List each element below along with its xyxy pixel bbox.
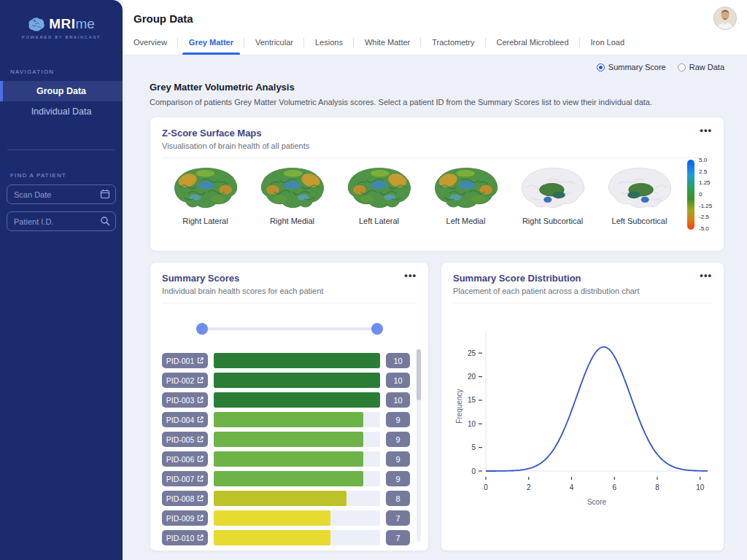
colorbar-tick-label: 2.5	[699, 169, 712, 175]
patient-id-label: PID-004	[166, 416, 195, 424]
zscore-colorbar: 5.02.51.250-1.25-2.5-5.0	[687, 160, 712, 232]
external-link-icon	[197, 515, 204, 521]
patient-id-button[interactable]: PID-005	[162, 432, 208, 447]
view-toggle: Summary ScoreRaw Data	[150, 63, 724, 71]
tab-cerebral-microbleed[interactable]: Cerebral Microbleed	[486, 38, 580, 55]
brand-suffix: me	[75, 16, 94, 31]
patient-id-button[interactable]: PID-004	[162, 412, 208, 427]
tab-tractometry[interactable]: Tractometry	[421, 38, 485, 55]
patient-id-button[interactable]: PID-006	[162, 451, 208, 467]
external-link-icon	[197, 397, 204, 403]
brain-surface-icon	[426, 164, 506, 211]
score-bar-track	[214, 373, 380, 388]
brain-map-right-medial: Right Medial	[249, 164, 336, 232]
brand-tagline: POWERED BY BRAINCAST	[0, 35, 123, 39]
patient-id-input[interactable]	[7, 217, 115, 226]
divider	[453, 303, 712, 303]
slider-track[interactable]	[202, 327, 377, 330]
score-bar-track	[214, 471, 380, 486]
scrollbar-thumb[interactable]	[417, 349, 421, 400]
score-badge: 9	[386, 471, 410, 486]
colorbar-gradient	[687, 160, 694, 230]
brain-map-left-subcortical: Left Subcortical	[596, 164, 683, 232]
svg-text:0: 0	[484, 483, 488, 491]
patient-row: PID-00310	[162, 392, 410, 408]
patient-id-field[interactable]	[7, 211, 116, 231]
tab-iron-load[interactable]: Iron Load	[580, 38, 635, 55]
radio-label: Summary Score	[608, 63, 666, 71]
brain-surface-icon	[252, 164, 333, 211]
patient-row: PID-0079	[162, 471, 410, 486]
scan-date-input[interactable]	[7, 190, 115, 199]
slider-handle-max[interactable]	[371, 323, 383, 335]
svg-text:6: 6	[612, 483, 616, 491]
brain-map-label: Left Subcortical	[596, 217, 683, 225]
svg-text:10: 10	[696, 483, 705, 491]
ellipsis-menu-icon[interactable]: •••	[700, 125, 712, 136]
ellipsis-menu-icon[interactable]: •••	[404, 270, 417, 281]
svg-text:0: 0	[471, 467, 476, 475]
patient-id-button[interactable]: PID-008	[162, 491, 208, 506]
tab-grey-matter[interactable]: Grey Matter	[178, 38, 244, 55]
svg-text:15: 15	[468, 396, 476, 404]
page-title: Grey Matter Volumetric Analysis	[150, 82, 724, 93]
ellipsis-menu-icon[interactable]: •••	[700, 270, 712, 281]
radio-circle-icon[interactable]	[678, 63, 686, 71]
score-bar-fill	[214, 471, 363, 486]
score-bar-fill	[214, 353, 380, 368]
patient-row: PID-0049	[162, 412, 410, 427]
patient-id-button[interactable]: PID-001	[162, 353, 208, 368]
list-scrollbar[interactable]	[417, 349, 421, 542]
score-badge: 7	[386, 510, 410, 526]
brain-surface-icon	[600, 164, 680, 211]
scan-date-field[interactable]	[7, 184, 116, 204]
svg-text:8: 8	[655, 483, 659, 491]
patient-id-button[interactable]: PID-010	[162, 530, 208, 545]
score-distribution-card: Summary Score Distribution Placement of …	[441, 262, 724, 551]
topbar: Group Data OverviewGrey MatterVentricula…	[123, 0, 747, 55]
patient-row: PID-0107	[162, 530, 410, 545]
svg-text:Score: Score	[587, 498, 607, 506]
external-link-icon	[197, 456, 204, 462]
patient-id-button[interactable]: PID-007	[162, 471, 208, 486]
brain-surface-icon	[513, 164, 593, 211]
patient-id-label: PID-008	[166, 494, 195, 503]
score-badge: 9	[386, 451, 410, 467]
search-icon[interactable]	[100, 216, 110, 229]
main-area: Group Data OverviewGrey MatterVentricula…	[123, 0, 747, 560]
calendar-icon[interactable]	[100, 189, 110, 202]
user-avatar[interactable]	[713, 7, 737, 30]
tab-lesions[interactable]: Lesions	[304, 38, 354, 55]
radio-circle-icon[interactable]	[597, 63, 605, 71]
patient-id-button[interactable]: PID-009	[162, 510, 208, 526]
external-link-icon	[197, 534, 204, 541]
brain-map-label: Right Subcortical	[509, 217, 596, 225]
patient-score-list: PID-00110PID-00210PID-00310PID-0049PID-0…	[162, 353, 410, 545]
brain-map-label: Right Medial	[249, 217, 336, 225]
patient-row: PID-0097	[162, 510, 410, 526]
svg-text:10: 10	[468, 420, 476, 428]
radio-raw-data[interactable]: Raw Data	[678, 63, 724, 71]
sidebar-divider	[7, 149, 115, 150]
patient-id-button[interactable]: PID-003	[162, 392, 208, 408]
card-subtitle: Placement of each patient across a distr…	[453, 287, 712, 295]
score-bar-track	[214, 491, 380, 506]
slider-handle-min[interactable]	[196, 323, 208, 335]
tab-white-matter[interactable]: White Matter	[354, 38, 421, 55]
sidebar-item-individual-data[interactable]: Individual Data	[0, 101, 123, 122]
tab-ventricular[interactable]: Ventricular	[244, 38, 304, 55]
tab-bar: OverviewGrey MatterVentricularLesionsWhi…	[133, 38, 635, 55]
colorbar-tick-label: -5.0	[699, 226, 712, 232]
patient-row: PID-0059	[162, 432, 410, 447]
score-bar-track	[214, 412, 380, 427]
svg-text:2: 2	[527, 483, 531, 491]
radio-summary-score[interactable]: Summary Score	[597, 63, 666, 71]
tab-overview[interactable]: Overview	[133, 38, 178, 55]
card-subtitle: Individual brain health scores for each …	[162, 287, 417, 295]
svg-text:25: 25	[468, 349, 476, 357]
patient-id-button[interactable]: PID-002	[162, 373, 208, 388]
sidebar-item-group-data[interactable]: Group Data	[0, 81, 123, 101]
patient-id-label: PID-006	[166, 455, 195, 464]
patient-id-label: PID-010	[166, 534, 195, 542]
content-area: Summary ScoreRaw Data Grey Matter Volume…	[123, 55, 747, 560]
